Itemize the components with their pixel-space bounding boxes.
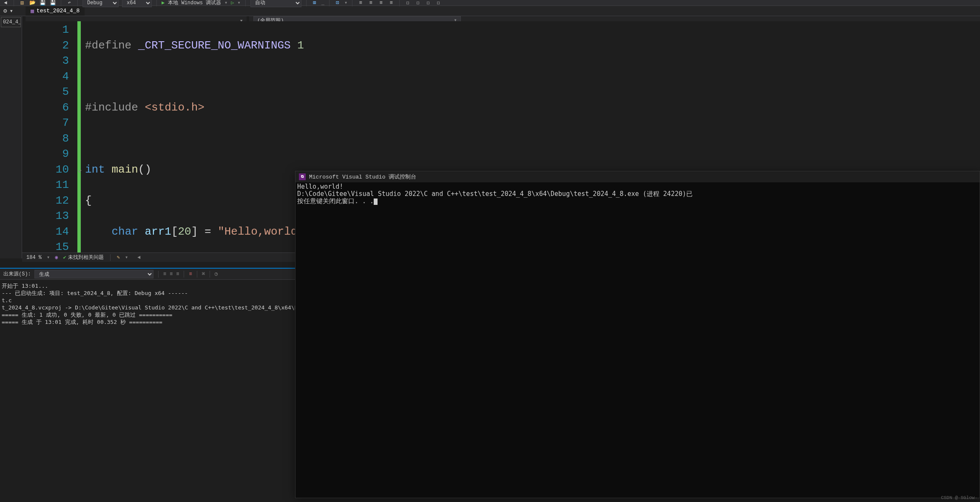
bookmark-prev-icon[interactable]: ☐ — [415, 0, 421, 6]
output-source-label: 出来源(S): — [3, 270, 31, 278]
undo-icon[interactable]: ↶ — [66, 0, 73, 6]
open-icon[interactable]: 📂 — [29, 0, 36, 6]
tab-filename: test_2024_4_8 — [37, 8, 80, 14]
format-icon[interactable]: ≡ — [378, 0, 384, 6]
line-number: 8 — [22, 131, 69, 147]
console-line: Hello,world! — [297, 183, 343, 190]
clear-icon[interactable]: ≡ — [176, 271, 179, 277]
editor-tab[interactable]: ▦ test_2024_4_8 — [26, 6, 85, 16]
indent-icon[interactable]: ≡ — [357, 0, 364, 6]
divider — [399, 0, 400, 6]
scroll-left-icon[interactable]: ◄ — [137, 255, 140, 261]
gear-icon[interactable]: ⚙ — [3, 7, 7, 14]
line-number: 13 — [22, 208, 69, 224]
console-line: 按任意键关闭此窗口. . . — [297, 197, 374, 205]
token: _CRT_SECURE_NO_WARNINGS — [138, 39, 291, 52]
bookmark-next-icon[interactable]: ☐ — [425, 0, 432, 6]
console-titlebar[interactable]: ⧉ Microsoft Visual Studio 调试控制台 — [295, 171, 980, 182]
debugger-label[interactable]: 本地 Windows 调试器 — [168, 0, 221, 6]
line-number: 1 — [22, 22, 69, 38]
chevron-down-icon[interactable]: ▾ — [9, 7, 13, 14]
divider — [197, 271, 197, 278]
line-number: 10 — [22, 162, 69, 178]
goto-prev-icon[interactable]: ≡ — [163, 271, 166, 277]
output-source-dropdown[interactable]: 生成 — [34, 270, 153, 278]
divider — [158, 271, 159, 278]
token: char — [111, 225, 138, 238]
console-body[interactable]: Hello,world! D:\Code\Gitee\Visual Studio… — [295, 182, 980, 206]
divider — [110, 254, 111, 261]
chevron-down-icon[interactable]: ▾ — [238, 0, 241, 6]
token: #define — [85, 39, 131, 52]
console-line: D:\Code\Gitee\Visual Studio 2022\C and C… — [297, 190, 693, 198]
line-number: 7 — [22, 115, 69, 131]
solution-explorer: 024_4_8 — [0, 16, 22, 258]
goto-next-icon[interactable]: ≡ — [170, 271, 173, 277]
link-icon[interactable]: ⌘ — [202, 271, 205, 277]
line-number: 6 — [22, 100, 69, 116]
zoom-level[interactable]: 184 % — [26, 255, 42, 261]
save-icon[interactable]: 💾 — [39, 0, 46, 6]
token: #include — [85, 101, 138, 114]
chevron-down-icon[interactable]: ▾ — [125, 254, 128, 261]
config-dropdown[interactable]: Debug — [82, 0, 119, 7]
main-toolbar: ◄ ▤ 📂 💾 💾 ↶ Debug x64 ▶ 本地 Windows 调试器 ▾… — [0, 0, 980, 6]
tab-bar: ⚙ ▾ ▦ test_2024_4_8 — [0, 6, 980, 16]
divider — [14, 0, 14, 6]
line-number: 11 — [22, 177, 69, 193]
token: [ — [171, 225, 178, 238]
token: int — [85, 163, 105, 176]
token: = — [198, 225, 218, 238]
bookmark-icon[interactable]: ☐ — [404, 0, 411, 6]
divider — [352, 0, 352, 6]
token: { — [85, 194, 92, 207]
divider — [184, 271, 184, 278]
divider — [156, 0, 157, 6]
vs-icon: ⧉ — [299, 173, 306, 180]
chevron-down-icon[interactable]: ▾ — [47, 254, 50, 261]
comment-icon[interactable]: ≡ — [388, 0, 395, 6]
bookmark-clear-icon[interactable]: ☐ — [435, 0, 442, 6]
token: () — [138, 163, 151, 176]
debug-console-window[interactable]: ⧉ Microsoft Visual Studio 调试控制台 Hello,wo… — [295, 171, 980, 498]
divider — [77, 0, 78, 6]
fold-icon[interactable]: ⌄ — [77, 162, 82, 178]
save-all-icon[interactable]: 💾 — [49, 0, 56, 6]
issues-status[interactable]: 未找到相关问题 — [63, 254, 103, 261]
output-line: ===== 生成: 1 成功, 0 失败, 0 最新, 0 已跳过 ======… — [2, 312, 172, 318]
divider — [245, 0, 246, 6]
auto-dropdown[interactable]: 自动 — [250, 0, 301, 7]
play-no-debug-icon[interactable]: ▷ — [231, 0, 234, 6]
window-icon[interactable]: ⊡ — [334, 0, 341, 6]
wrap-icon[interactable]: ≡ — [189, 271, 192, 277]
info-icon[interactable]: ◉ — [55, 254, 58, 261]
chevron-down-icon[interactable]: ▾ — [224, 0, 227, 6]
output-line: 开始于 13:01... — [2, 283, 48, 289]
token: <stdio.h> — [145, 101, 204, 114]
play-icon[interactable]: ▶ — [162, 0, 165, 6]
outdent-icon[interactable]: ≡ — [367, 0, 374, 6]
token: main — [111, 163, 138, 176]
line-number: 12 — [22, 193, 69, 209]
brush-icon[interactable]: ✎ — [117, 254, 120, 261]
token: arr1 — [145, 225, 171, 238]
solution-item[interactable]: 024_4_8 — [1, 17, 21, 27]
clock-icon[interactable]: ◷ — [215, 271, 218, 277]
divider — [61, 0, 61, 6]
output-line: ===== 生成 于 13:01 完成, 耗时 00.352 秒 =======… — [2, 319, 162, 325]
line-number: 5 — [22, 84, 69, 100]
output-line: --- 已启动生成: 项目: test_2024_4_8, 配置: Debug … — [2, 290, 188, 296]
token: 1 — [297, 39, 304, 52]
divider — [210, 271, 210, 278]
token: ] — [191, 225, 198, 238]
divider — [329, 0, 330, 6]
change-indicator — [77, 21, 81, 252]
back-icon[interactable]: ◄ — [2, 0, 9, 6]
platform-dropdown[interactable]: x64 — [122, 0, 152, 7]
cursor — [374, 199, 378, 205]
watermark: CSDN @-SGlow- — [941, 495, 977, 500]
line-number: 4 — [22, 69, 69, 85]
new-file-icon[interactable]: ▤ — [19, 0, 26, 6]
layout-icon[interactable]: ⊞ — [311, 0, 318, 6]
line-number: 3 — [22, 53, 69, 69]
